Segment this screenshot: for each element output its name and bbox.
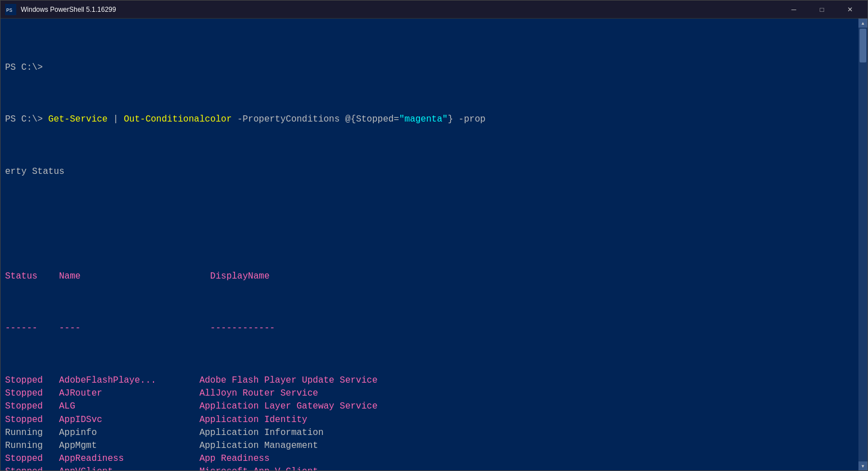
div-displayname: ------------ [200,322,275,335]
close-button[interactable]: ✕ [837,1,863,18]
row-status: Stopped [5,414,48,427]
header-displayname: DisplayName [200,270,270,283]
row-displayname: Application Information [188,427,323,439]
row-displayname: AllJoyn Router Service [188,387,318,400]
div-name: ---- [48,322,200,335]
scrollbar[interactable]: ▲ ▼ [858,19,867,470]
row-status: Stopped [5,400,48,413]
row-status: Stopped [5,465,48,470]
table-row: Stopped ALG Application Layer Gateway Se… [5,400,854,413]
row-name: AdobeFlashPlaye... [48,374,189,387]
scroll-down-arrow[interactable]: ▼ [858,461,867,470]
scrollbar-track[interactable] [858,28,867,461]
scrollbar-thumb[interactable] [860,29,866,62]
pipe-sym: | [107,113,124,126]
terminal-output[interactable]: PS C:\> PS C:\> Get-Service | Out-Condit… [1,19,858,470]
erty-status: erty Status [5,165,65,178]
prompt-2: PS C:\> [5,113,48,126]
prop-flag: -prop [453,113,486,126]
row-status: Running [5,439,48,452]
row-name: AppMgmt [48,439,189,452]
table-row: Stopped AJRouter AllJoyn Router Service [5,387,854,400]
header-name: Name [48,270,200,283]
service-rows: Stopped AdobeFlashPlaye... Adobe Flash P… [5,374,854,470]
row-displayname: App Readiness [188,452,269,465]
magenta-val: "magenta" [399,113,447,126]
table-row: Running Appinfo Application Information [5,427,854,439]
header-line: Status Name DisplayName [5,270,854,283]
table-row: Stopped AdobeFlashPlaye... Adobe Flash P… [5,374,854,387]
hash-open: @{ [345,113,356,126]
hash-close: } [447,113,453,126]
svg-text:PS: PS [6,8,12,14]
header-status: Status [5,270,48,283]
row-status: Stopped [5,452,48,465]
row-status: Stopped [5,387,48,400]
command-line: PS C:\> Get-Service | Out-Conditionalcol… [5,113,854,126]
blank-line-1 [5,218,854,231]
row-displayname: Microsoft App-V Client [188,465,318,470]
row-name: AppVClient [48,465,189,470]
table-row: Stopped AppReadiness App Readiness [5,452,854,465]
row-name: Appinfo [48,427,189,439]
row-displayname: Adobe Flash Player Update Service [188,374,377,387]
terminal-area: PS C:\> PS C:\> Get-Service | Out-Condit… [1,19,867,470]
window-title: Windows PowerShell 5.1.16299 [21,6,781,14]
equals-sign: = [394,113,399,126]
row-displayname: Application Layer Gateway Service [188,400,377,413]
powershell-window: PS Windows PowerShell 5.1.16299 ─ □ ✕ PS… [0,0,868,471]
command-continuation: erty Status [5,165,854,178]
row-name: AppIDSvc [48,414,189,427]
table-row: Running AppMgmt Application Management [5,439,854,452]
maximize-button[interactable]: □ [809,1,835,18]
scroll-up-arrow[interactable]: ▲ [858,19,867,28]
row-displayname: Application Management [188,439,318,452]
table-row: Stopped AppVClient Microsoft App-V Clien… [5,465,854,470]
row-displayname: Application Identity [188,414,307,427]
row-status: Stopped [5,374,48,387]
app-icon: PS [5,4,16,15]
row-name: ALG [48,400,189,413]
table-row: Stopped AppIDSvc Application Identity [5,414,854,427]
get-service-cmd: Get-Service [48,113,108,126]
div-status: ------ [5,322,48,335]
prop-cond-flag: -PropertyConditions [232,113,345,126]
prompt-line-1: PS C:\> [5,61,854,74]
window-controls: ─ □ ✕ [781,1,863,18]
row-status: Running [5,427,48,439]
stopped-key: Stopped [356,113,394,126]
titlebar: PS Windows PowerShell 5.1.16299 ─ □ ✕ [1,1,867,19]
prompt-1: PS C:\> [5,61,43,74]
row-name: AppReadiness [48,452,189,465]
row-name: AJRouter [48,387,189,400]
out-conditional-cmd: Out-Conditionalcolor [124,113,232,126]
minimize-button[interactable]: ─ [781,1,807,18]
divider-line: ------ ---- ------------ [5,322,854,335]
